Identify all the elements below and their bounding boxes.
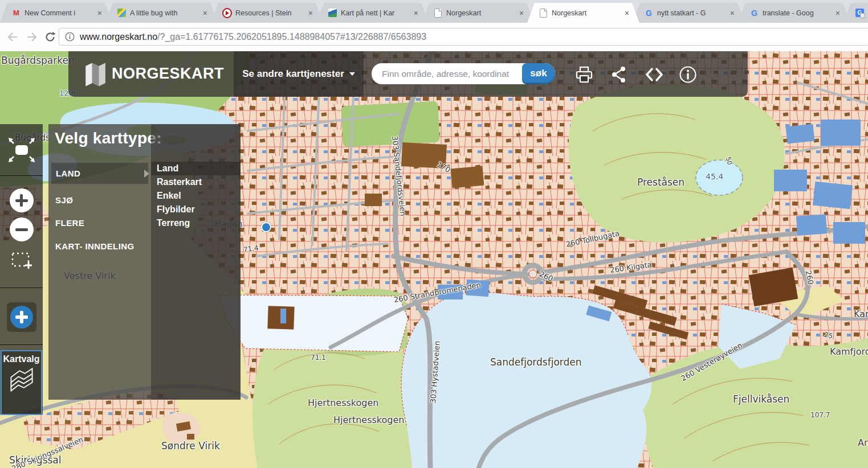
search-container: søk — [372, 63, 555, 84]
tab-close-icon[interactable]: × — [518, 9, 525, 17]
map-label-hjertnesskogen-1: Hjertnesskogen — [308, 397, 378, 408]
map-poi-icon[interactable] — [261, 222, 271, 232]
map-label-contour-25: 25 — [824, 331, 834, 340]
tab-close-icon[interactable]: × — [729, 9, 736, 17]
map-label-bugardsparken: Bugårdsparken — [1, 55, 75, 66]
forward-button[interactable] — [23, 28, 41, 46]
translate-icon: G — [855, 8, 865, 18]
map-label-elev-1077: 107.7 — [810, 411, 830, 419]
tab-translate[interactable]: G translate - Goog × — [738, 3, 850, 23]
category-sjo[interactable]: SJØ — [51, 190, 149, 211]
category-land[interactable]: LAND — [51, 162, 149, 184]
divider — [0, 344, 43, 345]
tab-title: Kart på nett | Kar — [341, 9, 409, 17]
reload-button[interactable] — [41, 28, 59, 46]
tab-resources[interactable]: Resources | Stein × — [211, 3, 323, 23]
map-label-kamfjord: Kamfjord — [830, 346, 868, 357]
map-label-fjellvikasen: Fjellvikåsen — [733, 393, 789, 405]
tab-kart-pa-nett[interactable]: Kart på nett | Kar × — [316, 3, 429, 23]
map-tools-sidebar: Kartvalg — [0, 124, 43, 414]
tab-partial[interactable]: G — [843, 3, 868, 23]
tab-nytt-statkart[interactable]: G nytt statkart - G × — [633, 3, 745, 23]
norgeskart-logo-icon — [83, 61, 108, 91]
subtype-enkel[interactable]: Enkel — [151, 189, 241, 203]
category-kart-inndeling[interactable]: KART- INNDELING — [51, 236, 149, 257]
tab-title: A little bug with — [130, 9, 198, 17]
tab-title: nytt statkart - G — [657, 9, 726, 17]
layers-icon — [7, 364, 36, 396]
gmail-icon: M — [11, 8, 21, 18]
tab-close-icon[interactable]: × — [413, 9, 419, 17]
tab-bug[interactable]: A little bug with × — [105, 3, 218, 23]
document-icon — [433, 8, 443, 18]
google-icon: G — [749, 8, 759, 18]
tab-close-icon[interactable]: × — [202, 9, 209, 17]
back-button[interactable] — [3, 28, 22, 46]
map-type-panel: Velg karttype: LAND SJØ FLERE KART- INND… — [48, 124, 241, 400]
tab-norgeskart-1[interactable]: Norgeskart × — [422, 3, 534, 23]
map-label-sondre-virik: Søndre Virik — [161, 440, 220, 451]
tab-close-icon[interactable]: × — [834, 9, 841, 17]
page-info-icon[interactable] — [65, 32, 75, 42]
info-icon[interactable] — [679, 65, 697, 84]
map-subtype-menu: Land Rasterkart Enkel Flybilder Terreng — [151, 124, 241, 400]
category-flere[interactable]: FLERE — [51, 212, 149, 233]
chevron-down-icon — [349, 72, 355, 76]
brand-title: NORGESKART — [112, 65, 224, 83]
tab-title: Resources | Stein — [235, 9, 304, 17]
fullscreen-button[interactable] — [0, 134, 43, 166]
tab-close-icon[interactable]: × — [624, 9, 630, 17]
map-colored-icon — [117, 8, 127, 18]
tab-title: New Comment i — [25, 9, 93, 17]
tab-strip: M New Comment i × A little bug with × Re… — [0, 0, 868, 23]
selected-category-arrow-icon — [144, 170, 149, 178]
search-button[interactable]: søk — [522, 63, 555, 84]
print-icon[interactable] — [575, 65, 593, 84]
tab-gmail[interactable]: M New Comment i × — [0, 3, 112, 23]
url-text: www.norgeskart.no/?_ga=1.61776175.206205… — [80, 32, 426, 42]
subtype-land[interactable]: Land — [151, 162, 241, 175]
code-brackets-icon[interactable] — [645, 65, 663, 84]
map-label-an: An — [858, 437, 868, 448]
map-label-prestasen: Preståsen — [637, 176, 684, 188]
norgeskart-header: NORGESKART Se andre karttjenester søk — [68, 51, 748, 97]
map-label-kar: Kar — [854, 309, 868, 319]
add-point-button[interactable] — [0, 301, 43, 333]
map-label-lake-454: 45.4 — [706, 172, 723, 181]
map-label-elev-711: 71.1 — [311, 354, 326, 362]
zoom-in-button[interactable] — [0, 188, 43, 212]
tab-title: translate - Goog — [763, 9, 831, 17]
other-map-services-menu[interactable]: Se andre karttjenester — [234, 51, 364, 97]
tab-title: Norgeskart — [552, 9, 620, 17]
document-icon — [539, 8, 548, 18]
zoom-to-selection-button[interactable] — [0, 251, 43, 271]
play-circle-icon — [222, 8, 232, 18]
share-icon[interactable] — [610, 65, 628, 84]
kart-icon — [328, 8, 337, 18]
google-icon: G — [644, 8, 654, 18]
browser-window: M New Comment i × A little bug with × Re… — [0, 0, 868, 468]
browser-toolbar: www.norgeskart.no/?_ga=1.61776175.206205… — [0, 23, 868, 52]
panel-title: Velg karttype: — [55, 129, 162, 147]
tab-close-icon[interactable]: × — [307, 9, 314, 17]
tab-close-icon[interactable]: × — [96, 9, 103, 17]
subtype-terreng[interactable]: Terreng — [151, 216, 241, 230]
tab-title: Norgeskart — [446, 9, 515, 17]
map-canvas[interactable]: Bugårdsparken Bugårds 12.8 Preståsen 45.… — [0, 51, 868, 468]
tab-norgeskart-active[interactable]: Norgeskart × — [527, 3, 639, 23]
subtype-rasterkart[interactable]: Rasterkart — [151, 175, 241, 189]
divider — [0, 288, 43, 288]
map-label-hjertnesskogen-2: Hjertnesskogen — [333, 414, 404, 425]
url-bar[interactable]: www.norgeskart.no/?_ga=1.61776175.206205… — [59, 28, 868, 46]
divider — [0, 175, 43, 176]
zoom-out-button[interactable] — [0, 217, 43, 241]
map-label-sandefjordsfjorden: Sandefjordsfjorden — [490, 356, 582, 368]
kartvalg-button[interactable]: Kartvalg — [1, 350, 42, 415]
subtype-flybilder[interactable]: Flybilder — [151, 203, 241, 216]
